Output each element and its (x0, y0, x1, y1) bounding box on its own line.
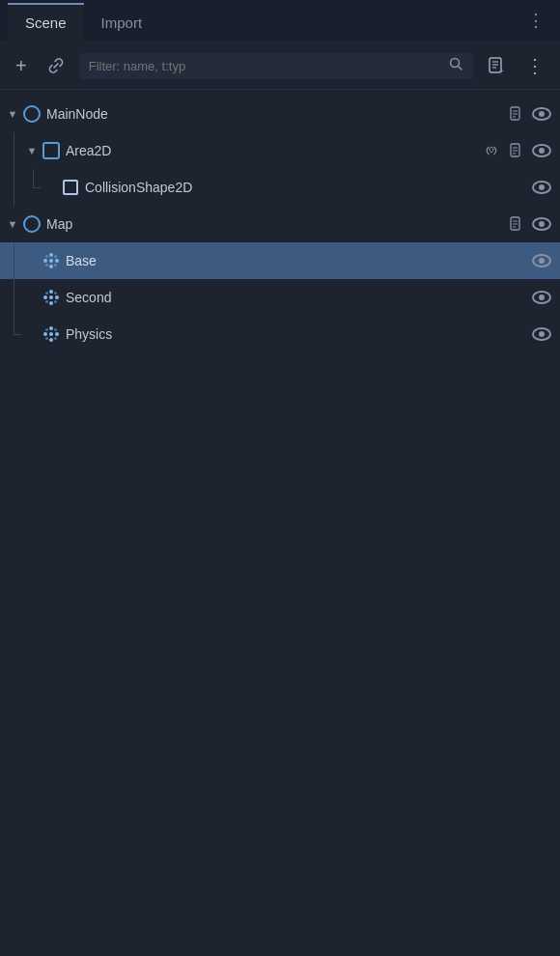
filter-input-wrap (79, 53, 473, 79)
svg-point-39 (49, 338, 53, 342)
svg-point-19 (49, 259, 53, 263)
tree-item-area2d[interactable]: Area2D (0, 132, 560, 169)
svg-point-29 (49, 290, 53, 294)
tree-item-physics[interactable]: Physics (0, 316, 560, 352)
svg-point-27 (54, 264, 57, 267)
svg-point-40 (43, 332, 47, 336)
tab-more-button[interactable]: ⋮ (519, 0, 552, 41)
svg-text:+: + (499, 67, 504, 75)
script-btn-mainnode[interactable] (506, 103, 527, 125)
node-icon-base (41, 250, 62, 271)
svg-point-43 (54, 328, 57, 331)
svg-point-38 (49, 326, 53, 330)
script-add-button[interactable]: + (481, 51, 514, 80)
svg-point-44 (45, 337, 48, 340)
tree-item-mainnode[interactable]: MainNode (0, 96, 560, 132)
svg-point-26 (45, 264, 48, 267)
filter-input[interactable] (89, 59, 443, 73)
indent-base (4, 242, 41, 279)
node-icon-mainnode (21, 103, 42, 125)
svg-point-31 (43, 295, 47, 299)
eye-btn-physics[interactable] (531, 323, 552, 345)
indent-area2d (4, 132, 41, 169)
svg-point-25 (54, 255, 57, 258)
tilemap-icon-base (42, 251, 61, 270)
svg-point-28 (49, 295, 53, 299)
tilemap-icon-physics (42, 324, 61, 344)
tab-import[interactable]: Import (84, 5, 160, 41)
tree-item-second[interactable]: Second (0, 279, 560, 316)
tree-item-collisionshape2d[interactable]: CollisionShape2D (0, 169, 560, 206)
eye-btn-collision[interactable] (531, 177, 552, 198)
tab-bar: Scene Import ⋮ (0, 0, 560, 42)
node-label-mainnode: MainNode (46, 106, 502, 122)
node-actions-mainnode (506, 103, 552, 125)
eye-btn-second[interactable] (531, 287, 552, 308)
node-label-map: Map (46, 216, 502, 232)
node-icon-map (21, 213, 42, 235)
script-icon-map (509, 216, 524, 232)
node-actions-physics (531, 323, 552, 345)
node-label-collision: CollisionShape2D (85, 180, 527, 195)
tab-scene[interactable]: Scene (8, 3, 84, 41)
indent-l1-base (4, 242, 23, 279)
indent-l1-physics (4, 316, 23, 352)
eye-btn-map[interactable] (531, 213, 552, 235)
svg-point-30 (49, 301, 53, 305)
chevron-map[interactable] (4, 215, 21, 233)
node-actions-area2d (481, 140, 552, 161)
chevron-mainnode[interactable] (4, 105, 21, 123)
node-icon-collision (60, 177, 81, 198)
indent-l1-second (4, 279, 23, 316)
signal-btn-area2d[interactable] (481, 140, 502, 161)
tilemap-icon-second (42, 288, 61, 307)
link-button[interactable] (41, 52, 71, 79)
svg-point-34 (54, 292, 57, 295)
eye-icon-base (533, 252, 550, 269)
eye-btn-area2d[interactable] (531, 140, 552, 161)
svg-point-45 (54, 337, 57, 340)
svg-point-21 (49, 265, 53, 268)
svg-point-20 (49, 253, 53, 257)
chevron-area2d[interactable] (23, 142, 41, 159)
svg-point-24 (45, 255, 48, 258)
svg-point-22 (43, 259, 47, 263)
tree-item-base[interactable]: Base (0, 242, 560, 279)
script-icon-mainnode (509, 106, 524, 122)
node-label-base: Base (66, 253, 527, 268)
indent-physics (4, 316, 41, 352)
indent-second (4, 279, 41, 316)
eye-btn-base[interactable] (531, 250, 552, 271)
toolbar: + + (0, 42, 560, 90)
svg-point-37 (49, 332, 53, 336)
svg-point-41 (55, 332, 59, 336)
indent-map (4, 215, 21, 233)
eye-icon-area2d (533, 142, 550, 159)
node-label-physics: Physics (66, 326, 527, 342)
svg-point-33 (45, 292, 48, 295)
eye-icon-second (533, 289, 550, 306)
node-actions-second (531, 287, 552, 308)
add-node-button[interactable]: + (10, 51, 33, 81)
node-actions-map (506, 213, 552, 235)
eye-icon-mainnode (533, 105, 550, 123)
tree-item-map[interactable]: Map (0, 206, 560, 242)
svg-point-42 (45, 328, 48, 331)
script-add-icon: + (487, 55, 508, 76)
indent-mainnode (4, 105, 21, 123)
scene-panel: Scene Import ⋮ + (0, 0, 560, 956)
search-icon (449, 57, 463, 75)
svg-point-23 (55, 259, 59, 263)
tree-area: MainNode (0, 90, 560, 956)
eye-btn-mainnode[interactable] (531, 103, 552, 125)
script-btn-area2d[interactable] (506, 140, 527, 161)
node-actions-collision (531, 177, 552, 198)
toolbar-right: + ⋮ (481, 50, 550, 81)
indent-l2-collision (23, 169, 42, 206)
script-btn-map[interactable] (506, 213, 527, 235)
indent-collision (4, 169, 60, 206)
svg-point-35 (45, 300, 48, 303)
more-options-button[interactable]: ⋮ (519, 50, 550, 81)
indent-l1-area2d (4, 132, 23, 169)
eye-icon-collision (533, 179, 550, 196)
